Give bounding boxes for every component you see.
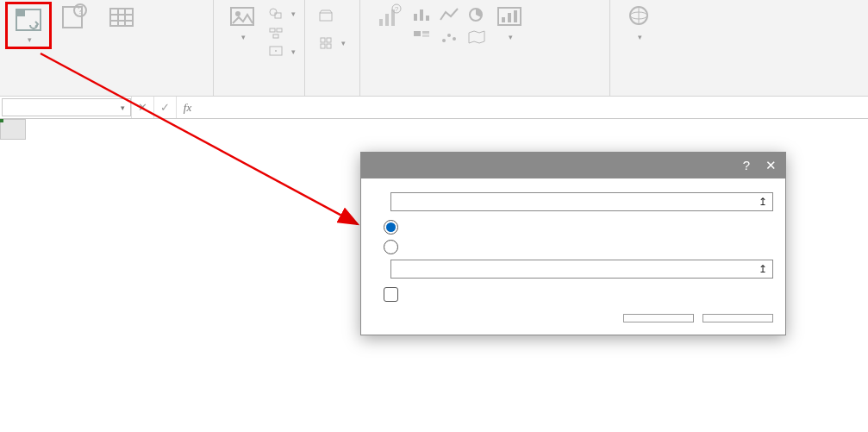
ribbon-group-illustrations-label [219, 92, 299, 94]
pictures-button[interactable]: ▾ [219, 2, 265, 44]
dialog-titlebar[interactable]: ? ✕ [361, 153, 785, 178]
help-icon[interactable]: ? [743, 158, 750, 173]
svg-rect-19 [320, 13, 332, 21]
column-chart-icon[interactable] [412, 7, 431, 22]
radio-new-worksheet[interactable] [384, 220, 398, 235]
pivottable-icon [15, 6, 42, 34]
svg-rect-23 [327, 44, 331, 48]
ribbon-group-illustrations: ▾ ▾ ▾ [214, 0, 305, 96]
screenshot-button[interactable]: ▾ [265, 43, 299, 60]
svg-rect-22 [321, 44, 325, 48]
recommended-pivottables-icon: ? [61, 3, 89, 31]
pivottable-button[interactable]: ▾ [5, 2, 52, 49]
svg-rect-1 [16, 9, 25, 16]
checkbox-data-model[interactable] [384, 287, 773, 302]
chevron-down-icon: ▾ [241, 33, 246, 42]
recommended-charts-button[interactable]: ? [365, 2, 412, 34]
pictures-icon [228, 3, 256, 31]
table-icon [108, 3, 135, 31]
tablerange-input[interactable]: ↥ [390, 192, 773, 211]
ribbon-group-tours-label [615, 92, 662, 94]
pivotchart-button[interactable]: ▾ [486, 2, 533, 44]
smartart-icon [269, 26, 283, 40]
shapes-button[interactable]: ▾ [265, 5, 299, 22]
chevron-down-icon: ▾ [638, 33, 642, 42]
select-all-corner[interactable] [0, 119, 26, 140]
svg-point-11 [235, 11, 240, 16]
svg-rect-42 [514, 10, 517, 22]
svg-rect-30 [420, 9, 423, 21]
get-addins-button[interactable] [315, 7, 349, 24]
chevron-down-icon[interactable]: ▾ [121, 103, 125, 112]
globe-icon [625, 3, 653, 31]
svg-rect-29 [414, 14, 417, 21]
map-chart-icon[interactable] [467, 29, 486, 45]
svg-point-12 [270, 9, 277, 16]
location-input[interactable]: ↥ [390, 260, 773, 279]
option-existing-worksheet[interactable] [384, 240, 773, 254]
enter-formula-button[interactable]: ✓ [153, 97, 176, 118]
ribbon: ▾ ? ▾ ▾ [0, 0, 868, 97]
checkbox-data-model-box[interactable] [384, 287, 398, 302]
svg-point-18 [275, 50, 277, 52]
ribbon-group-tours: ▾ [610, 0, 667, 96]
store-icon [319, 9, 333, 22]
svg-rect-25 [385, 14, 389, 26]
cancel-formula-button[interactable]: ✕ [131, 97, 153, 118]
ribbon-group-tables-label [5, 92, 208, 94]
recommended-pivottables-button[interactable]: ? [52, 2, 98, 34]
ribbon-group-tables: ▾ ? [0, 0, 214, 96]
smartart-button[interactable] [265, 24, 299, 41]
svg-point-37 [447, 34, 451, 37]
svg-rect-41 [508, 13, 511, 22]
svg-rect-35 [422, 34, 429, 37]
chevron-down-icon: ▾ [28, 35, 32, 45]
svg-rect-14 [270, 28, 275, 32]
svg-rect-20 [321, 38, 325, 42]
3d-map-button[interactable]: ▾ [615, 2, 662, 44]
tablerange-value[interactable] [395, 195, 753, 209]
radio-existing-worksheet[interactable] [384, 240, 398, 254]
recommended-charts-icon: ? [375, 3, 403, 31]
option-new-worksheet[interactable] [384, 220, 773, 235]
ok-button[interactable] [623, 314, 694, 322]
collapse-dialog-icon[interactable]: ↥ [754, 194, 771, 210]
close-icon[interactable]: ✕ [765, 158, 777, 173]
hierarchy-chart-icon[interactable] [412, 29, 431, 45]
table-button[interactable] [98, 2, 145, 34]
chevron-down-icon: ▾ [509, 33, 513, 42]
formula-bar: ▾ ✕ ✓ fx [0, 97, 868, 119]
svg-rect-5 [110, 9, 133, 26]
svg-point-36 [442, 39, 446, 42]
screenshot-icon [269, 45, 283, 59]
svg-rect-15 [277, 28, 282, 32]
shapes-icon [269, 7, 283, 21]
insert-function-button[interactable]: fx [176, 97, 198, 118]
line-chart-icon[interactable] [440, 7, 459, 22]
svg-rect-34 [422, 31, 429, 34]
my-addins-button[interactable]: ▾ [315, 34, 349, 52]
name-box[interactable]: ▾ [2, 98, 131, 116]
formula-input[interactable] [198, 97, 868, 118]
svg-rect-21 [327, 38, 331, 42]
svg-text:?: ? [395, 5, 399, 13]
pie-chart-icon[interactable] [467, 7, 486, 22]
pivotchart-icon [496, 3, 523, 31]
scatter-chart-icon[interactable] [440, 29, 459, 45]
collapse-dialog-icon[interactable]: ↥ [754, 261, 771, 277]
ribbon-group-charts-label [365, 92, 604, 94]
svg-rect-31 [426, 16, 429, 21]
svg-point-38 [453, 37, 456, 41]
pivottable-dialog: ? ✕ ↥ ↥ [360, 152, 786, 335]
cancel-button[interactable] [703, 314, 773, 322]
location-value[interactable] [395, 262, 753, 276]
svg-rect-33 [414, 31, 421, 36]
ribbon-group-addins-label [310, 92, 354, 94]
svg-rect-24 [379, 19, 383, 26]
ribbon-group-charts: ? ▾ [360, 0, 610, 96]
svg-text:?: ? [78, 5, 83, 16]
svg-rect-40 [502, 17, 505, 22]
addins-icon [319, 36, 333, 50]
svg-rect-16 [273, 34, 278, 38]
ribbon-group-addins: ▾ [305, 0, 360, 96]
